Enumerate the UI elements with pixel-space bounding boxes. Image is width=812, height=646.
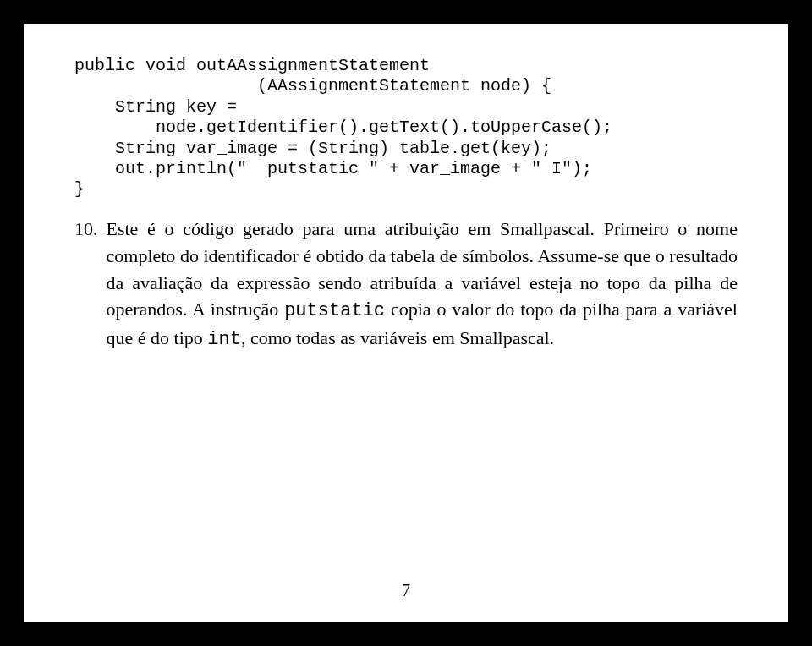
code-line: (AAssignmentStatement node) {	[74, 76, 551, 96]
code-line: public void outAAssignmentStatement	[74, 56, 430, 75]
list-item: 10. Este é o código gerado para uma atri…	[74, 216, 738, 353]
code-block: public void outAAssignmentStatement (AAs…	[74, 56, 738, 200]
code-line: String key =	[74, 97, 237, 117]
inline-code: int	[207, 329, 241, 350]
paragraph: Este é o código gerado para uma atribuiç…	[107, 216, 738, 353]
page-frame: public void outAAssignmentStatement (AAs…	[24, 24, 788, 622]
code-line: String var_image = (String) table.get(ke…	[74, 139, 551, 158]
code-line: out.println(" putstatic " + var_image + …	[74, 159, 592, 178]
code-line: node.getIdentifier().getText().toUpperCa…	[74, 118, 612, 137]
inline-code: putstatic	[284, 300, 385, 321]
list-marker: 10.	[74, 216, 107, 353]
page-number: 7	[74, 581, 738, 605]
code-line: }	[74, 179, 85, 199]
text-run: , como todas as variáveis em Smallpascal…	[241, 327, 554, 348]
